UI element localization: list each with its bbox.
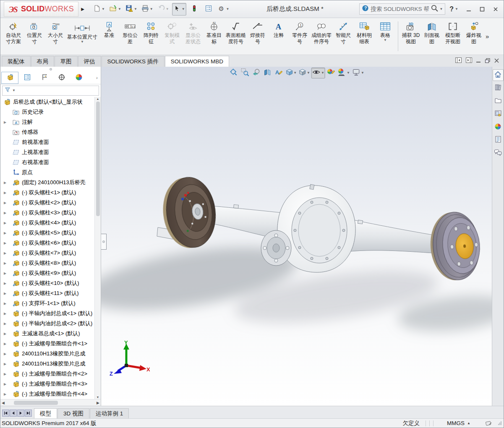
brake-drum-right[interactable] bbox=[428, 210, 483, 282]
dropdown-arrow-icon[interactable]: ▼ bbox=[118, 8, 121, 11]
tree-item[interactable]: ▶(固定) 2401000H13后桥壳 bbox=[0, 177, 94, 188]
task-pane-custom-properties-button[interactable] bbox=[493, 134, 504, 146]
open-document-button[interactable]: ▼ bbox=[108, 3, 123, 16]
scroll-up-arrow[interactable]: ▲ bbox=[97, 97, 99, 100]
ribbon-button[interactable]: A基准 bbox=[99, 19, 120, 54]
dropdown-arrow-icon[interactable]: ▼ bbox=[81, 40, 84, 44]
zoom-to-area-button[interactable] bbox=[239, 68, 250, 78]
expand-arrow-icon[interactable]: ▶ bbox=[3, 362, 12, 366]
resize-grip[interactable] bbox=[498, 421, 502, 425]
ribbon-button[interactable]: 剖面视图 bbox=[421, 19, 442, 54]
menu-flyout-button[interactable]: ▶ bbox=[79, 2, 86, 16]
ribbon-button[interactable]: 3D捕获 3D视图 bbox=[400, 19, 421, 54]
expand-arrow-icon[interactable]: ▶ bbox=[3, 342, 12, 346]
display-style-button[interactable]: ▼ bbox=[298, 68, 311, 78]
pinion-flange[interactable] bbox=[261, 230, 291, 266]
undo-button[interactable]: ▼ bbox=[156, 3, 170, 16]
expand-arrow-icon[interactable]: ▶ bbox=[3, 372, 12, 376]
tree-item[interactable]: 上视基准面 bbox=[0, 147, 94, 157]
expand-arrow-icon[interactable]: ▶ bbox=[3, 120, 12, 124]
expand-arrow-icon[interactable]: ▶ bbox=[3, 302, 12, 305]
expand-arrow-icon[interactable]: ▶ bbox=[3, 181, 12, 185]
dropdown-arrow-icon[interactable]: ▼ bbox=[321, 71, 324, 75]
nav-first-button[interactable] bbox=[2, 410, 9, 417]
ribbon-button[interactable]: 阵列特征 bbox=[141, 19, 162, 54]
task-pane-appearances-scenes-button[interactable] bbox=[493, 121, 504, 133]
help-menu-button[interactable]: ?▼ bbox=[446, 5, 462, 13]
tree-item[interactable]: ▶2400110H13橡胶垫片总成 bbox=[0, 349, 94, 359]
save-document-button[interactable]: ▼ bbox=[124, 3, 138, 16]
document-tab-2[interactable]: 运动算例 1 bbox=[90, 408, 129, 418]
dropdown-arrow-icon[interactable]: ▼ bbox=[150, 8, 153, 11]
tree-item[interactable]: ▶(-) 支撑环-1<1> (默认) bbox=[0, 298, 94, 308]
tree-item[interactable]: 历史记录 bbox=[0, 107, 94, 117]
scroll-thumb[interactable] bbox=[96, 102, 100, 216]
dropdown-arrow-icon[interactable]: ▼ bbox=[102, 8, 105, 11]
ribbon-button[interactable]: xxx位置尺寸 bbox=[24, 19, 45, 54]
panel-tab-featuremanager-design-tree[interactable] bbox=[1, 72, 18, 84]
ribbon-button[interactable]: 基本位置尺寸▼ bbox=[66, 19, 99, 54]
tree-item[interactable]: ▶(-) 双头螺柱<3> (默认) bbox=[0, 208, 94, 218]
tree-item[interactable]: ▶(-) 主减螺母垫圈组合件<2> bbox=[0, 369, 94, 379]
tree-item[interactable]: ▶(-) 双头螺柱<5> (默认) bbox=[0, 228, 94, 238]
ribbon-button[interactable]: A1基准目标 bbox=[204, 19, 225, 54]
interrupt-requests-button[interactable] bbox=[188, 3, 201, 16]
print-document-button[interactable]: ▼ bbox=[140, 3, 154, 16]
brake-drum-left[interactable] bbox=[159, 175, 219, 251]
section-view-button[interactable] bbox=[262, 68, 273, 78]
task-pane-home-button[interactable] bbox=[493, 69, 504, 81]
hide-show-items-button[interactable]: ▼ bbox=[311, 68, 325, 78]
tree-item[interactable]: ▶主减速器总成<1> (默认) bbox=[0, 329, 94, 339]
close-button[interactable] bbox=[489, 3, 502, 16]
apply-scene-button[interactable]: ▼ bbox=[337, 68, 351, 78]
expand-arrow-icon[interactable]: ▶ bbox=[3, 261, 12, 265]
expand-arrow-icon[interactable]: ▶ bbox=[3, 322, 12, 326]
ribbon-button[interactable]: 材料明细表 bbox=[354, 19, 375, 54]
expand-arrow-icon[interactable]: ▶ bbox=[3, 231, 12, 235]
tree-filter-input[interactable]: ▼ bbox=[2, 86, 99, 96]
nav-prev-button[interactable] bbox=[10, 410, 17, 417]
expand-arrow-icon[interactable]: ▶ bbox=[3, 201, 12, 205]
tree-item[interactable]: ▶A注解 bbox=[0, 117, 94, 127]
expand-arrow-icon[interactable]: ▶ bbox=[3, 221, 12, 225]
expand-arrow-icon[interactable]: ▶ bbox=[3, 292, 12, 295]
ribbon-overflow-button[interactable]: » bbox=[486, 33, 489, 40]
scroll-down-arrow[interactable]: ▼ bbox=[97, 396, 99, 399]
previous-view-button[interactable] bbox=[251, 68, 261, 78]
ribbon-button[interactable]: 爆炸视图 bbox=[463, 19, 484, 54]
win-restore-button[interactable] bbox=[485, 57, 491, 65]
units-selector[interactable]: MMGS▲ bbox=[447, 420, 470, 426]
win-close2-button[interactable] bbox=[494, 57, 499, 65]
search-input[interactable] bbox=[371, 6, 429, 12]
zoom-to-fit-button[interactable] bbox=[228, 68, 239, 78]
ribbon-button[interactable]: 0.3形位公差 bbox=[120, 19, 141, 54]
task-pane-solidworks-forum-button[interactable] bbox=[493, 147, 504, 159]
tree-item[interactable]: 传感器 bbox=[0, 127, 94, 137]
expand-arrow-icon[interactable]: ▶ bbox=[3, 392, 12, 396]
tab-command-3[interactable]: 评估 bbox=[78, 56, 101, 67]
tab-command-2[interactable]: 草图 bbox=[55, 56, 78, 67]
select-tool-button[interactable]: ▼ bbox=[172, 3, 186, 16]
expand-arrow-icon[interactable]: ▶ bbox=[3, 211, 12, 215]
graphics-area[interactable]: A▼▼▼▼▼ bbox=[101, 67, 492, 406]
tree-item[interactable]: ▶(-) 主减螺母垫圈组合件<3> bbox=[0, 379, 94, 389]
panel-tab-displaymanager[interactable] bbox=[70, 72, 87, 84]
panel-tab-configurationmanager[interactable] bbox=[36, 72, 53, 84]
expand-arrow-icon[interactable]: ▶ bbox=[3, 352, 12, 356]
scroll-left-arrow[interactable]: ◀ bbox=[2, 401, 5, 405]
pane-left-button[interactable] bbox=[455, 57, 462, 65]
edit-appearance-button[interactable] bbox=[326, 68, 337, 78]
tree-item[interactable]: ▶(-) 双头螺柱<8> (默认) bbox=[0, 258, 94, 268]
dropdown-arrow-icon[interactable]: ▼ bbox=[361, 71, 364, 75]
dropdown-arrow-icon[interactable]: ▼ bbox=[134, 8, 137, 11]
tree-item[interactable]: ▶(-) 半轴内油封总成<1> (默认) bbox=[0, 308, 94, 318]
ribbon-button[interactable]: 智能尺寸 bbox=[333, 19, 354, 54]
hscroll-thumb[interactable] bbox=[14, 401, 58, 405]
tree-item[interactable]: ▶2400110H13橡胶垫片总成 bbox=[0, 359, 94, 369]
view-settings-button[interactable]: ▼ bbox=[351, 68, 365, 78]
status-tag-icon[interactable] bbox=[486, 420, 492, 426]
dropdown-arrow-icon[interactable]: ▼ bbox=[166, 8, 169, 11]
dropdown-arrow-icon[interactable]: ▼ bbox=[226, 8, 230, 11]
ribbon-button[interactable]: 模型断开视图 bbox=[442, 19, 463, 54]
ribbon-button[interactable]: 焊接符号 bbox=[247, 19, 268, 54]
